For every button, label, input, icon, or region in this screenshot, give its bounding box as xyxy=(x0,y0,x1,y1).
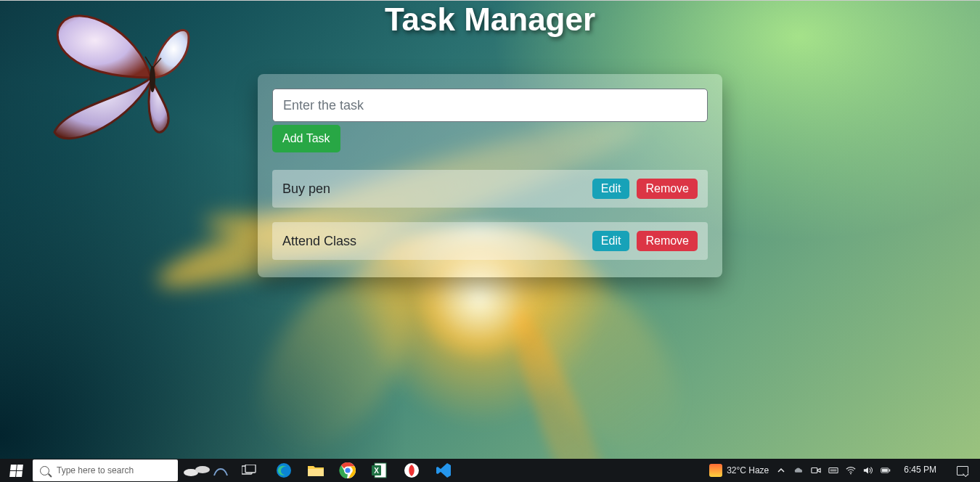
battery-icon[interactable] xyxy=(881,465,891,475)
svg-point-0 xyxy=(150,66,155,92)
weather-widget[interactable]: 32°C Haze xyxy=(709,464,769,477)
svg-rect-16 xyxy=(812,468,817,473)
onedrive-icon[interactable] xyxy=(793,465,804,475)
search-icon xyxy=(40,466,49,475)
wifi-icon[interactable] xyxy=(846,465,856,475)
keyboard-icon[interactable] xyxy=(828,465,838,475)
svg-rect-22 xyxy=(889,469,891,471)
remove-button[interactable]: Remove xyxy=(637,179,698,199)
file-explorer-icon[interactable] xyxy=(301,459,330,482)
taskbar-clock[interactable]: 6:45 PM xyxy=(898,465,942,475)
start-button[interactable] xyxy=(0,459,32,482)
meet-now-icon[interactable] xyxy=(811,465,821,475)
add-task-button[interactable]: Add Task xyxy=(272,125,340,152)
task-view-button[interactable] xyxy=(233,459,265,482)
task-row: Buy pen Edit Remove xyxy=(272,170,708,208)
task-card: Add Task Buy pen Edit Remove Attend Clas… xyxy=(258,74,722,277)
task-row: Attend Class Edit Remove xyxy=(272,222,708,260)
svg-rect-17 xyxy=(829,468,838,473)
cortana-art[interactable] xyxy=(178,459,233,481)
edit-button[interactable]: Edit xyxy=(592,179,630,199)
windows-logo-icon xyxy=(9,465,23,477)
weather-icon xyxy=(709,464,722,477)
svg-text:X: X xyxy=(374,467,379,475)
svg-rect-8 xyxy=(308,469,324,476)
edit-button[interactable]: Edit xyxy=(592,231,630,251)
task-input[interactable] xyxy=(272,89,708,122)
svg-line-2 xyxy=(145,57,152,68)
task-list: Buy pen Edit Remove Attend Class Edit Re… xyxy=(272,170,708,260)
volume-icon[interactable] xyxy=(863,465,873,475)
taskbar-search[interactable]: Type here to search xyxy=(33,459,178,481)
action-center-button[interactable] xyxy=(950,459,976,482)
excel-icon[interactable]: X xyxy=(365,459,394,482)
chrome-icon[interactable] xyxy=(333,459,362,482)
app-icon[interactable] xyxy=(397,459,426,482)
edge-icon[interactable] xyxy=(269,459,298,482)
pinned-apps: X xyxy=(269,459,458,482)
task-label: Buy pen xyxy=(282,181,330,197)
page-title: Task Manager xyxy=(0,0,980,38)
task-view-icon xyxy=(242,465,256,476)
system-tray: 32°C Haze xyxy=(709,459,980,482)
notification-icon xyxy=(957,466,968,475)
browser-viewport: Task Manager Add Task Buy pen Edit Remov… xyxy=(0,0,980,459)
weather-text: 32°C Haze xyxy=(727,465,769,475)
svg-rect-23 xyxy=(882,469,888,472)
remove-button[interactable]: Remove xyxy=(637,231,698,251)
clock-time: 6:45 PM xyxy=(904,465,936,475)
task-label: Attend Class xyxy=(282,234,356,249)
svg-rect-6 xyxy=(245,465,256,473)
svg-line-1 xyxy=(152,58,161,68)
windows-taskbar: Type here to search X xyxy=(0,459,980,482)
taskbar-search-placeholder: Type here to search xyxy=(57,465,134,475)
svg-point-20 xyxy=(850,473,852,475)
vscode-icon[interactable] xyxy=(429,459,458,482)
svg-point-4 xyxy=(195,466,210,473)
chevron-up-icon[interactable] xyxy=(776,465,786,475)
